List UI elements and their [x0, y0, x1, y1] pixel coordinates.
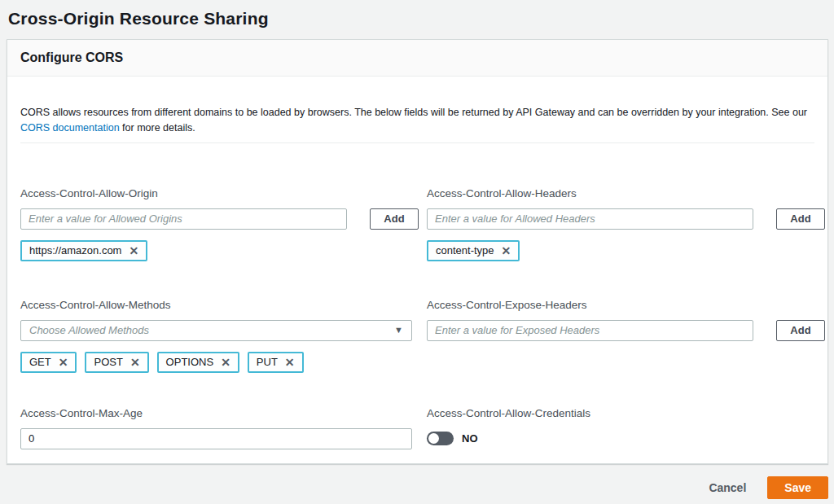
tag-label: PUT	[257, 356, 278, 368]
remove-tag-x-icon[interactable]: ✕	[285, 357, 295, 368]
allow-origin-tags: https://amazon.com ✕	[20, 240, 419, 261]
tag-allow-header: content-type ✕	[427, 240, 520, 261]
tag-method-get: GET ✕	[20, 352, 77, 373]
expose-headers-add-button[interactable]: Add	[776, 320, 825, 341]
allow-methods-tags: GET ✕ POST ✕ OPTIONS ✕ PUT ✕	[20, 352, 419, 373]
tag-label: content-type	[436, 244, 494, 256]
tag-label: OPTIONS	[166, 356, 214, 368]
allow-credentials-label: Access-Control-Allow-Credentials	[427, 407, 825, 419]
tag-method-post: POST ✕	[85, 352, 148, 373]
expose-headers-field: Access-Control-Expose-Headers Add	[427, 299, 825, 373]
save-button[interactable]: Save	[767, 476, 828, 499]
allow-headers-add-button[interactable]: Add	[776, 208, 825, 230]
allow-methods-select[interactable]: Choose Allowed Methods ▼	[20, 320, 412, 341]
tag-label: POST	[94, 356, 122, 368]
allow-headers-tags: content-type ✕	[427, 240, 825, 261]
cors-description: CORS allows resources from different dom…	[20, 105, 814, 137]
allow-origin-add-button[interactable]: Add	[370, 208, 419, 230]
panel-body: CORS allows resources from different dom…	[7, 105, 827, 449]
tag-method-options: OPTIONS ✕	[157, 352, 239, 373]
tag-label: GET	[29, 356, 51, 368]
allow-origin-input[interactable]	[20, 208, 347, 230]
allow-origin-field: Access-Control-Allow-Origin Add https://…	[20, 187, 419, 261]
allow-methods-label: Access-Control-Allow-Methods	[20, 299, 419, 311]
max-age-label: Access-Control-Max-Age	[20, 407, 419, 419]
panel-header: Configure CORS	[7, 40, 827, 77]
tag-allow-origin: https://amazon.com ✕	[20, 240, 147, 261]
action-footer: Cancel Save	[709, 476, 828, 499]
tag-label: https://amazon.com	[29, 244, 121, 256]
allow-methods-field: Access-Control-Allow-Methods Choose Allo…	[20, 299, 419, 373]
description-text-after: for more details.	[120, 122, 195, 134]
allow-headers-input[interactable]	[427, 208, 753, 230]
expose-headers-label: Access-Control-Expose-Headers	[427, 299, 825, 311]
allow-origin-label: Access-Control-Allow-Origin	[20, 187, 419, 199]
form-row-3: Access-Control-Max-Age Access-Control-Al…	[20, 407, 814, 449]
allow-headers-field: Access-Control-Allow-Headers Add content…	[427, 187, 825, 261]
description-text-before: CORS allows resources from different dom…	[20, 107, 807, 118]
form-row-2: Access-Control-Allow-Methods Choose Allo…	[20, 299, 814, 373]
cors-documentation-link[interactable]: CORS documentation	[20, 122, 120, 134]
allow-methods-select-placeholder: Choose Allowed Methods	[29, 324, 149, 336]
cancel-button[interactable]: Cancel	[709, 481, 746, 494]
remove-tag-x-icon[interactable]: ✕	[59, 357, 68, 368]
max-age-input[interactable]	[20, 428, 412, 449]
remove-tag-x-icon[interactable]: ✕	[130, 357, 140, 368]
remove-tag-x-icon[interactable]: ✕	[129, 245, 138, 256]
configure-cors-panel: Configure CORS CORS allows resources fro…	[7, 39, 828, 464]
allow-credentials-state: NO	[462, 432, 478, 445]
remove-tag-x-icon[interactable]: ✕	[502, 245, 511, 256]
remove-tag-x-icon[interactable]: ✕	[221, 357, 230, 368]
page-title: Cross-Origin Resource Sharing	[0, 0, 834, 28]
allow-headers-label: Access-Control-Allow-Headers	[427, 187, 825, 199]
toggle-knob	[428, 433, 439, 444]
expose-headers-input[interactable]	[427, 320, 753, 341]
form-row-1: Access-Control-Allow-Origin Add https://…	[20, 187, 814, 261]
max-age-field: Access-Control-Max-Age	[20, 407, 419, 449]
section-divider	[20, 142, 814, 143]
tag-method-put: PUT ✕	[248, 352, 304, 373]
allow-credentials-field: Access-Control-Allow-Credentials NO	[427, 407, 825, 449]
allow-credentials-control: NO	[427, 428, 825, 449]
allow-credentials-toggle[interactable]	[427, 432, 454, 445]
chevron-down-icon: ▼	[394, 326, 403, 335]
